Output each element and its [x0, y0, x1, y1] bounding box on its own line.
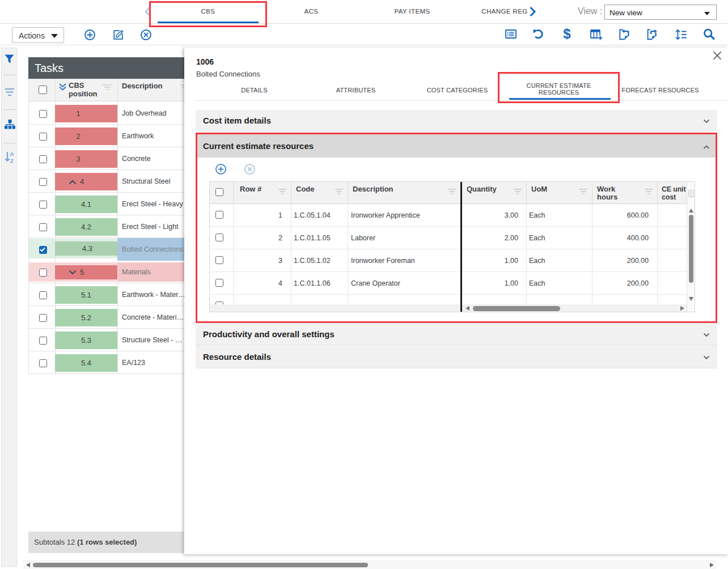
svg-text:Z: Z [10, 158, 14, 163]
svg-text:A: A [10, 151, 14, 157]
